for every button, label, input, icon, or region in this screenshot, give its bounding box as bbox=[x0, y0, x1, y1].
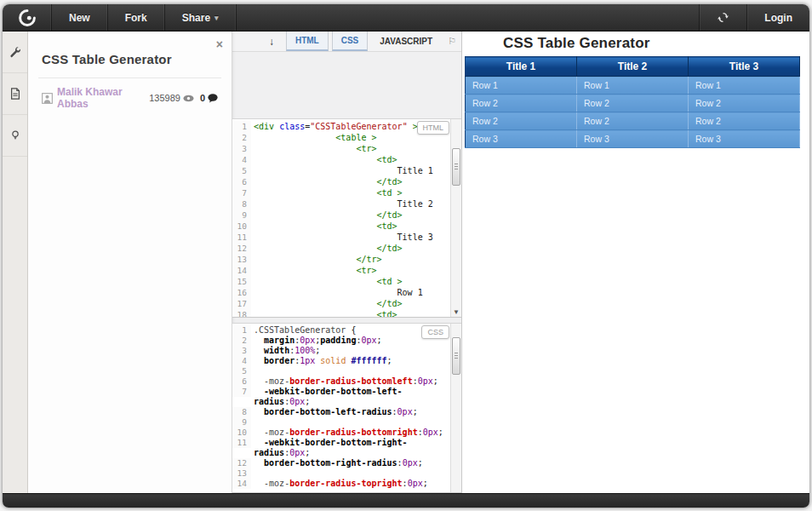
line-number: 11 bbox=[232, 438, 251, 448]
code-line[interactable]: 3 <tr> bbox=[232, 143, 450, 154]
line-number: 7 bbox=[232, 187, 251, 198]
tab-css[interactable]: CSS bbox=[332, 32, 369, 51]
cssdeck-logo-icon bbox=[19, 9, 36, 26]
line-number: 13 bbox=[232, 468, 251, 479]
code-line[interactable]: 16 Row 1 bbox=[232, 287, 450, 298]
code-text[interactable]: -moz-border-radius-topright:0px; bbox=[251, 479, 450, 489]
code-text[interactable]: </td> bbox=[251, 243, 450, 254]
code-text[interactable]: Title 3 bbox=[251, 232, 450, 243]
code-text[interactable]: </tr> bbox=[251, 254, 450, 265]
code-text[interactable]: <td> bbox=[251, 154, 450, 165]
code-text[interactable]: -moz-border-radius-bottomright:0px; bbox=[251, 428, 450, 438]
line-number: 10 bbox=[232, 428, 251, 438]
code-line[interactable]: 14 -moz-border-radius-topright:0px; bbox=[232, 479, 450, 489]
code-line[interactable]: 9 bbox=[232, 417, 450, 428]
code-text[interactable]: </td> bbox=[251, 298, 450, 309]
code-text[interactable]: </td> bbox=[251, 210, 450, 221]
scrollbar-thumb[interactable] bbox=[452, 337, 460, 375]
code-line[interactable]: 17 </td> bbox=[232, 298, 450, 309]
code-text[interactable]: -webkit-border-bottom-right-radius:0px; bbox=[251, 438, 450, 458]
login-button[interactable]: Login bbox=[746, 4, 809, 31]
code-text[interactable]: width:100%; bbox=[251, 346, 450, 356]
css-editor[interactable]: CSS 1.CSSTableGenerator {2 margin:0px;pa… bbox=[232, 323, 461, 493]
wrench-icon bbox=[9, 46, 21, 58]
code-text[interactable]: border-bottom-right-radius:0px; bbox=[251, 458, 450, 468]
code-line[interactable]: 4 <td> bbox=[232, 154, 450, 165]
code-text[interactable]: Title 1 bbox=[251, 165, 450, 176]
code-line[interactable]: 12 border-bottom-right-radius:0px; bbox=[232, 458, 450, 468]
html-editor[interactable]: HTML ▼ 1<div class="CSSTableGenerator" >… bbox=[232, 118, 461, 318]
author-link[interactable]: Malik Khawar Abbas bbox=[57, 86, 149, 110]
line-number: 2 bbox=[232, 132, 251, 143]
code-line[interactable]: 1.CSSTableGenerator { bbox=[232, 325, 450, 336]
close-icon[interactable]: × bbox=[216, 38, 223, 50]
code-line[interactable]: 18 <td> bbox=[232, 309, 450, 317]
browser-frame: New Fork Share ▾ Login bbox=[3, 4, 809, 508]
code-line[interactable]: 9 </td> bbox=[232, 210, 450, 221]
code-line[interactable]: 8 border-bottom-left-radius:0px; bbox=[232, 407, 450, 417]
new-button[interactable]: New bbox=[52, 4, 108, 31]
table-cell: Row 2 bbox=[689, 95, 800, 112]
table-cell: Row 1 bbox=[689, 77, 800, 95]
code-line[interactable]: 3 width:100%; bbox=[232, 346, 450, 356]
code-text[interactable]: <td> bbox=[251, 221, 450, 232]
speech-bubble-icon bbox=[208, 94, 218, 103]
code-text[interactable]: <td> bbox=[251, 309, 450, 317]
code-text[interactable]: <tr> bbox=[251, 143, 450, 154]
code-line[interactable]: 15 <td > bbox=[232, 276, 450, 287]
css-editor-scrollbar[interactable] bbox=[450, 324, 461, 492]
tab-html[interactable]: HTML bbox=[286, 32, 329, 51]
refresh-button[interactable] bbox=[699, 4, 746, 31]
code-text[interactable]: margin:0px;padding:0px; bbox=[251, 336, 450, 346]
line-number: 12 bbox=[232, 458, 251, 468]
code-text[interactable]: -webkit-border-bottom-left-radius:0px; bbox=[251, 387, 450, 407]
code-text[interactable]: </td> bbox=[251, 176, 450, 187]
code-line[interactable]: 5 bbox=[232, 366, 450, 376]
share-button[interactable]: Share ▾ bbox=[165, 4, 237, 31]
info-panel: × CSS Table Generator Malik Khawar Abbas… bbox=[28, 32, 232, 493]
code-line[interactable]: 8 Title 2 bbox=[232, 198, 450, 210]
top-navigation-bar: New Fork Share ▾ Login bbox=[3, 4, 809, 32]
sidebar-item-settings[interactable] bbox=[3, 32, 27, 73]
code-line[interactable]: 12 </td> bbox=[232, 243, 450, 254]
code-line[interactable]: 10 -moz-border-radius-bottomright:0px; bbox=[232, 428, 450, 438]
code-line[interactable]: 11 -webkit-border-bottom-right-radius:0p… bbox=[232, 438, 450, 458]
collapse-arrow-icon[interactable]: ↓ bbox=[269, 36, 274, 48]
code-line[interactable]: 7 <td > bbox=[232, 187, 450, 198]
code-text[interactable]: <tr> bbox=[251, 265, 450, 276]
code-line[interactable]: 13 bbox=[232, 468, 450, 479]
code-text[interactable]: border:1px solid #ffffff; bbox=[251, 356, 450, 366]
code-line[interactable]: 6 -moz-border-radius-bottomleft:0px; bbox=[232, 376, 450, 387]
code-line[interactable]: 11 Title 3 bbox=[232, 232, 450, 243]
table-cell: Row 2 bbox=[689, 112, 800, 130]
line-number: 7 bbox=[232, 387, 251, 397]
code-line[interactable]: 6 </td> bbox=[232, 176, 450, 187]
html-code-area[interactable]: 1<div class="CSSTableGenerator" >2 <tabl… bbox=[232, 119, 450, 317]
code-line[interactable]: 13 </tr> bbox=[232, 254, 450, 265]
code-line[interactable]: 10 <td> bbox=[232, 221, 450, 232]
code-text[interactable]: Title 2 bbox=[251, 198, 450, 210]
table-header-row: Title 1Title 2Title 3 bbox=[466, 57, 800, 77]
flag-icon[interactable]: ⚐ bbox=[448, 36, 456, 47]
generated-table: Title 1Title 2Title 3Row 1Row 1Row 1Row … bbox=[465, 56, 800, 148]
scroll-down-arrow-icon[interactable]: ▼ bbox=[451, 308, 461, 316]
code-line[interactable]: 4 border:1px solid #ffffff; bbox=[232, 356, 450, 366]
code-text[interactable]: -moz-border-radius-bottomleft:0px; bbox=[251, 376, 450, 387]
code-line[interactable]: 2 margin:0px;padding:0px; bbox=[232, 336, 450, 346]
scrollbar-thumb[interactable] bbox=[452, 148, 460, 186]
sidebar-item-ideas[interactable] bbox=[3, 115, 27, 157]
tab-javascript[interactable]: JAVASCRIPT bbox=[371, 32, 441, 51]
code-text[interactable]: <td > bbox=[251, 276, 450, 287]
code-line[interactable]: 5 Title 1 bbox=[232, 165, 450, 176]
code-text[interactable]: .CSSTableGenerator { bbox=[251, 325, 450, 336]
code-line[interactable]: 14 <tr> bbox=[232, 265, 450, 276]
app-logo[interactable] bbox=[3, 4, 52, 31]
html-editor-scrollbar[interactable]: ▼ bbox=[450, 119, 461, 317]
sidebar-item-details[interactable] bbox=[3, 73, 27, 115]
css-code-area[interactable]: 1.CSSTableGenerator {2 margin:0px;paddin… bbox=[232, 324, 450, 492]
code-line[interactable]: 7 -webkit-border-bottom-left-radius:0px; bbox=[232, 387, 450, 407]
fork-button[interactable]: Fork bbox=[108, 4, 165, 31]
code-text[interactable]: <td > bbox=[251, 187, 450, 198]
code-text[interactable]: Row 1 bbox=[251, 287, 450, 298]
code-text[interactable]: border-bottom-left-radius:0px; bbox=[251, 407, 450, 417]
